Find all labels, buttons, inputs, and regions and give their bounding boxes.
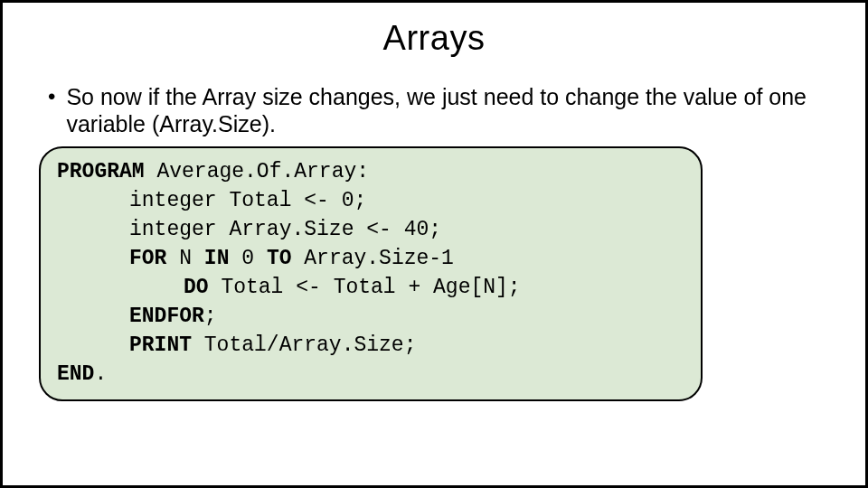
bullet-text: So now if the Array size changes, we jus… — [66, 83, 829, 137]
code-line-program: PROGRAM Average.Of.Array: — [57, 157, 684, 186]
keyword-for: FOR — [129, 247, 166, 270]
keyword-in: IN — [204, 247, 230, 270]
slide-frame: Arrays • So now if the Array size change… — [0, 0, 868, 488]
code-line-for: FOR N IN 0 TO Array.Size-1 — [57, 244, 684, 273]
print-tail: Total/Array.Size; — [192, 333, 416, 357]
code-line-end: END. — [57, 360, 684, 389]
keyword-end: END — [57, 362, 94, 386]
slide-title: Arrays — [39, 19, 829, 58]
keyword-to: TO — [267, 247, 292, 270]
for-tail: Array.Size-1 — [291, 247, 453, 270]
bullet-item: • So now if the Array size changes, we j… — [48, 83, 829, 137]
for-text-1: N — [166, 247, 203, 270]
bullet-marker: • — [48, 83, 55, 110]
do-tail: Total <- Total + Age[N]; — [209, 276, 521, 299]
code-line-total: integer Total <- 0; — [57, 186, 684, 215]
keyword-program: PROGRAM — [57, 160, 145, 183]
code-line-endfor: ENDFOR; — [57, 302, 684, 331]
endfor-tail: ; — [204, 305, 217, 328]
for-text-2: 0 — [229, 247, 266, 270]
keyword-do: DO — [184, 276, 209, 299]
end-tail: . — [94, 362, 107, 386]
program-name: Average.Of.Array: — [145, 160, 369, 183]
code-line-do: DO Total <- Total + Age[N]; — [57, 273, 684, 302]
keyword-endfor: ENDFOR — [129, 305, 204, 328]
code-line-arraysize: integer Array.Size <- 40; — [57, 215, 684, 244]
code-line-print: PRINT Total/Array.Size; — [57, 331, 684, 360]
keyword-print: PRINT — [129, 333, 192, 357]
code-block: PROGRAM Average.Of.Array: integer Total … — [39, 146, 703, 401]
